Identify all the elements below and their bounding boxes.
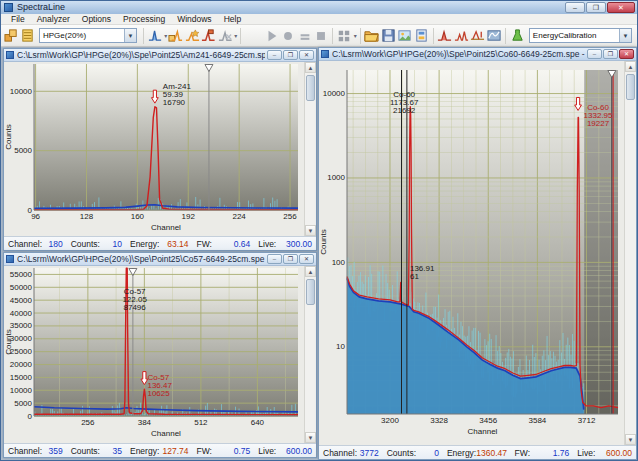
spectrum-chart-co57[interactable]: Co-57122.0587496Co-57136.471062525638451… — [4, 266, 304, 443]
scroll-up-icon[interactable]: ▲ — [625, 61, 636, 72]
svg-text:1000: 1000 — [327, 173, 345, 182]
layout-dropdown-icon[interactable]: ▾ — [354, 32, 357, 39]
menu-options[interactable]: Options — [76, 14, 117, 25]
vertical-scrollbar[interactable]: ▲ ▼ — [304, 266, 316, 443]
pause-icon[interactable] — [296, 27, 313, 45]
peak-star-icon[interactable] — [184, 27, 201, 45]
svg-text:192: 192 — [182, 212, 196, 221]
svg-text:Channel: Channel — [151, 429, 181, 438]
menu-file[interactable]: File — [5, 14, 31, 25]
image-icon[interactable] — [397, 27, 414, 45]
window-title-bar[interactable]: C:\Lsrm\Work\GP\HPGe(20%)\Spe\Point25\Co… — [319, 48, 636, 61]
peak-fit-icon[interactable] — [436, 27, 453, 45]
svg-text:0: 0 — [28, 206, 33, 215]
maximize-button[interactable]: ❐ — [603, 49, 618, 59]
svg-text:Co-601332.9519227: Co-601332.9519227 — [584, 103, 613, 128]
peak-area-icon[interactable] — [453, 27, 470, 45]
calibration-select-value: EnergyCalibration — [533, 31, 597, 40]
channel-label: Channel: — [8, 446, 42, 456]
svg-text:55000: 55000 — [10, 270, 33, 279]
report-icon[interactable] — [413, 27, 430, 45]
record-icon[interactable] — [280, 27, 297, 45]
svg-text:100: 100 — [332, 258, 346, 267]
close-button[interactable]: ✕ — [299, 254, 314, 264]
detector-select-value: HPGe(20%) — [43, 31, 86, 40]
nuclide-peak-icon[interactable] — [167, 27, 184, 45]
window-title-bar[interactable]: C:\Lsrm\Work\GP\HPGe(20%)\Spe\Point25\Am… — [4, 49, 316, 62]
svg-text:3584: 3584 — [528, 416, 546, 425]
svg-text:128: 128 — [80, 212, 94, 221]
open-folder-icon[interactable] — [364, 27, 381, 45]
minimize-button[interactable]: ‒ — [267, 254, 282, 264]
minimize-button[interactable]: ‒ — [267, 50, 282, 60]
scroll-down-icon[interactable]: ▼ — [305, 225, 316, 236]
window-title: C:\Lsrm\Work\GP\HPGe(20%)\Spe\Point25\Co… — [17, 254, 265, 264]
fw-value: 0.75 — [234, 446, 251, 456]
live-label: Live: — [258, 446, 276, 456]
svg-text:224: 224 — [232, 212, 246, 221]
window-layout-icon[interactable] — [336, 27, 353, 45]
status-bar: Channel:180 Counts:10 Energy:63.14 FW:0.… — [4, 236, 316, 250]
maximize-button[interactable]: ❐ — [283, 50, 298, 60]
window-title: C:\Lsrm\Work\GP\HPGe(20%)\Spe\Point25\Am… — [17, 50, 265, 60]
svg-text:Counts: Counts — [4, 124, 13, 149]
spectrum-chart-co60[interactable]: Co-601173.6721692Co-601332.9519227136.91… — [319, 61, 624, 445]
window-title-bar[interactable]: C:\Lsrm\Work\GP\HPGe(20%)\Spe\Point25\Co… — [4, 253, 316, 266]
save-icon[interactable] — [380, 27, 397, 45]
counts-value: 0 — [434, 448, 439, 458]
scroll-down-icon[interactable]: ▼ — [305, 432, 316, 443]
spectrum-chart-am241[interactable]: Am-24159.3916790961281601922242560500010… — [4, 62, 304, 236]
svg-text:256: 256 — [81, 418, 95, 427]
energy-value: 1360.47 — [476, 448, 507, 458]
detector-select[interactable]: HPGe(20%) ▼ — [39, 28, 137, 43]
peak-bg-icon[interactable] — [469, 27, 486, 45]
play-icon[interactable] — [263, 27, 280, 45]
peak-tools-dropdown-icon[interactable]: ▾ — [234, 32, 237, 39]
menu-windows[interactable]: Windows — [171, 14, 217, 25]
energy-label: Energy: — [130, 446, 159, 456]
scroll-thumb[interactable] — [306, 75, 315, 101]
peak-search-icon[interactable] — [147, 27, 164, 45]
vertical-scrollbar[interactable]: ▲ ▼ — [304, 62, 316, 236]
peak-delete-icon[interactable] — [217, 27, 234, 45]
close-button[interactable]: ✕ — [299, 50, 314, 60]
svg-text:25000: 25000 — [10, 347, 33, 356]
maximize-button[interactable]: ❐ — [586, 2, 606, 13]
svg-text:10000: 10000 — [323, 89, 346, 98]
calibration-select[interactable]: EnergyCalibration ▼ — [529, 28, 632, 43]
scroll-thumb[interactable] — [306, 279, 315, 305]
svg-text:3200: 3200 — [381, 416, 399, 425]
scroll-down-icon[interactable]: ▼ — [625, 434, 636, 445]
scroll-up-icon[interactable]: ▲ — [305, 266, 316, 277]
svg-text:512: 512 — [194, 418, 208, 427]
menu-help[interactable]: Help — [218, 14, 247, 25]
svg-text:5000: 5000 — [14, 146, 32, 155]
minimize-button[interactable]: ‒ — [565, 2, 585, 13]
stop-icon[interactable] — [313, 27, 330, 45]
svg-text:20000: 20000 — [10, 360, 33, 369]
chevron-down-icon[interactable]: ▼ — [619, 29, 631, 42]
menu-analyzer[interactable]: Analyzer — [31, 14, 76, 25]
svg-text:5000: 5000 — [14, 399, 32, 408]
peak-smooth-icon[interactable] — [486, 27, 503, 45]
svg-text:10000: 10000 — [10, 386, 33, 395]
close-button[interactable]: ✕ — [619, 49, 634, 59]
fw-value: 0.64 — [234, 239, 251, 249]
spectra-table-icon[interactable] — [20, 27, 37, 45]
menu-processing[interactable]: Processing — [117, 14, 171, 25]
scroll-thumb[interactable] — [626, 74, 635, 100]
menu-bar: File Analyzer Options Processing Windows… — [1, 14, 637, 25]
chevron-down-icon[interactable]: ▼ — [124, 29, 136, 42]
scroll-up-icon[interactable]: ▲ — [305, 62, 316, 73]
close-button[interactable]: ✕ — [607, 2, 635, 13]
peak-flag-icon[interactable] — [200, 27, 217, 45]
channels-icon[interactable] — [3, 27, 20, 45]
minimize-button[interactable]: ‒ — [587, 49, 602, 59]
vertical-scrollbar[interactable]: ▲ ▼ — [624, 61, 636, 445]
svg-text:160: 160 — [131, 212, 145, 221]
live-label: Live: — [258, 239, 276, 249]
channel-label: Channel: — [8, 239, 42, 249]
calibration-icon[interactable] — [509, 27, 526, 45]
maximize-button[interactable]: ❐ — [283, 254, 298, 264]
channel-value: 3772 — [360, 448, 379, 458]
